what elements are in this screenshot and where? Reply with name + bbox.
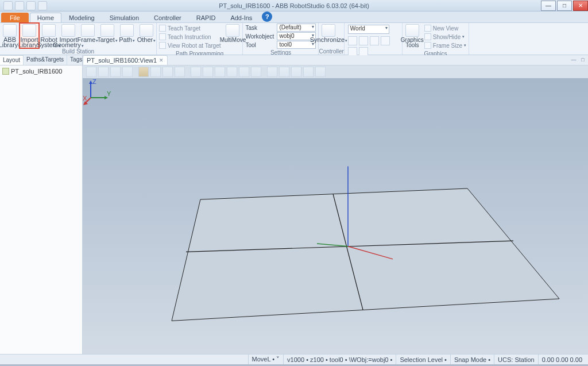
frame-icon (81, 24, 95, 37)
layout-tree: PT_solu_IRB1600 (0, 66, 82, 77)
status-motion-params[interactable]: v1000 • z100 • tool0 • \WObj:=wobj0 • (283, 355, 396, 364)
freehand-jog-reorient-icon[interactable] (381, 36, 390, 45)
teach-instruction-icon (159, 33, 166, 40)
tab-home[interactable]: Home (30, 13, 61, 22)
view-robot-at-target-icon (159, 42, 166, 49)
target-label: Target (97, 36, 115, 43)
other-button[interactable]: Other (137, 23, 156, 48)
multimove-label: MultiMove (220, 37, 246, 43)
left-panel: Layout Paths&Targets Tags ▾ ✕ PT_solu_IR… (0, 55, 83, 354)
vp-tool-13-icon[interactable] (251, 67, 261, 77)
tree-root-node[interactable]: PT_solu_IRB1600 (2, 68, 80, 75)
frame-size-button[interactable]: Frame Size▾ (424, 41, 466, 49)
view-robot-at-target-label: View Robot at Target (168, 43, 220, 49)
window-title: PT_solu_IRB1600 - ABB RobotStudio 6.03.0… (219, 2, 369, 9)
coordinate-system-select[interactable]: World (348, 25, 389, 34)
vp-tool-7-icon[interactable] (175, 67, 185, 77)
frame-size-label: Frame Size (433, 43, 462, 49)
group-label-build-station: Build Station (0, 48, 156, 55)
ribbon-group-path-programming: Teach Target Teach Instruction View Robo… (157, 23, 243, 55)
qat-screenshot-icon[interactable] (38, 1, 47, 10)
import-geometry-icon (61, 24, 75, 37)
teach-target-button[interactable]: Teach Target (159, 24, 220, 32)
vp-tool-8-icon[interactable] (191, 67, 201, 77)
new-view-button[interactable]: New View (424, 24, 466, 32)
tab-rapid[interactable]: RAPID (189, 13, 223, 22)
import-geometry-button[interactable]: Import Geometry (59, 23, 78, 48)
target-icon (100, 24, 114, 37)
new-view-icon (424, 25, 431, 32)
viewer-maximize-icon[interactable]: □ (579, 56, 587, 64)
close-button[interactable]: ✕ (573, 1, 588, 11)
vp-tool-17-icon[interactable] (303, 67, 314, 77)
quick-access-toolbar (0, 1, 51, 10)
view-robot-at-target-button[interactable]: View Robot at Target (159, 41, 220, 49)
status-selection-level[interactable]: Selection Level • (396, 355, 450, 364)
vp-tool-5-icon[interactable] (150, 67, 161, 77)
abb-library-button[interactable]: ABB Library (0, 23, 20, 48)
work-area: Layout Paths&Targets Tags ▾ ✕ PT_solu_IR… (0, 55, 588, 354)
synchronize-button[interactable]: Synchronize (319, 23, 338, 48)
vp-tool-9-icon[interactable] (203, 67, 213, 77)
viewer-tabs: PT_solu_IRB1600:View1 ✕ — □ (83, 55, 588, 66)
other-icon (140, 24, 153, 37)
synchronize-icon (322, 24, 335, 37)
import-library-button[interactable]: Import Library (20, 23, 39, 48)
graphics-tools-button[interactable]: Graphics Tools (403, 23, 422, 48)
vp-tool-12-icon[interactable] (239, 67, 249, 77)
teach-instruction-button[interactable]: Teach Instruction (159, 33, 220, 41)
freehand-move-icon[interactable] (348, 36, 357, 45)
vp-tool-6-icon[interactable] (163, 67, 173, 77)
panel-tab-layout[interactable]: Layout (0, 55, 24, 65)
viewport-3d[interactable]: Z Y X (83, 78, 588, 354)
freehand-jog-linear-icon[interactable] (370, 36, 379, 45)
task-select[interactable]: (Default) (277, 24, 316, 32)
station-icon (2, 68, 9, 75)
vp-tool-14-icon[interactable] (267, 67, 277, 77)
status-coordinates: 0.00 0.00 0.00 (538, 355, 586, 364)
show-hide-label: Show/Hide (433, 34, 461, 40)
help-icon[interactable]: ? (262, 11, 272, 22)
path-icon (120, 24, 134, 37)
minimize-button[interactable]: — (541, 1, 556, 11)
viewer-tab-close-icon[interactable]: ✕ (159, 57, 164, 63)
viewer-tab[interactable]: PT_solu_IRB1600:View1 ✕ (83, 55, 168, 65)
ribbon-group-build-station: ABB Library Import Library Robot System … (0, 23, 157, 55)
qat-save-icon[interactable] (3, 1, 13, 10)
vp-tool-11-icon[interactable] (227, 67, 237, 77)
freehand-rotate-icon[interactable] (359, 36, 368, 45)
status-snap-mode[interactable]: Snap Mode • (450, 355, 494, 364)
abb-library-label: ABB Library (0, 36, 18, 48)
path-button[interactable]: Path (117, 23, 137, 48)
tab-modeling[interactable]: Modeling (61, 13, 102, 22)
qat-undo-icon[interactable] (15, 1, 24, 10)
vp-tool-render-icon[interactable] (138, 67, 149, 77)
tab-file[interactable]: File (1, 13, 29, 22)
vp-tool-10-icon[interactable] (215, 67, 225, 77)
tab-addins[interactable]: Add-Ins (223, 13, 260, 22)
viewer-minimize-icon[interactable]: — (570, 56, 578, 64)
vp-tool-18-icon[interactable] (315, 67, 326, 77)
tab-controller[interactable]: Controller (146, 13, 189, 22)
status-motion-type[interactable]: MoveL • ˅ (248, 355, 284, 364)
vp-tool-2-icon[interactable] (98, 67, 109, 77)
tab-simulation[interactable]: Simulation (102, 13, 146, 22)
qat-redo-icon[interactable] (26, 1, 36, 10)
target-button[interactable]: Target (98, 23, 117, 48)
maximize-button[interactable]: □ (557, 1, 572, 11)
vp-tool-1-icon[interactable] (86, 67, 96, 77)
path-label: Path (119, 36, 132, 43)
show-hide-button[interactable]: Show/Hide▾ (424, 33, 466, 41)
import-library-label: Import Library (18, 36, 38, 48)
new-view-label: New View (433, 25, 458, 32)
left-panel-tabs: Layout Paths&Targets Tags ▾ ✕ (0, 55, 82, 66)
status-ucs[interactable]: UCS: Station (494, 355, 538, 364)
vp-tool-4-icon[interactable] (122, 67, 133, 77)
multimove-button[interactable]: MultiMove (223, 23, 242, 48)
vp-tool-3-icon[interactable] (110, 67, 121, 77)
frame-button[interactable]: Frame (78, 23, 98, 48)
svg-text:Y: Y (107, 90, 111, 97)
vp-tool-16-icon[interactable] (291, 67, 301, 77)
vp-tool-15-icon[interactable] (279, 67, 289, 77)
panel-tab-paths-targets[interactable]: Paths&Targets (24, 55, 67, 65)
